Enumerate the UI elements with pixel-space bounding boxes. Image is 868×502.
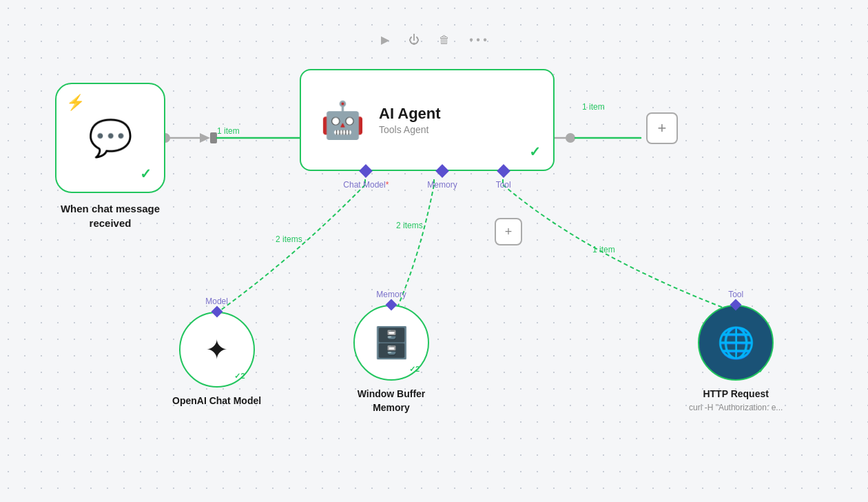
add-output-node[interactable]: + — [646, 112, 678, 144]
add-output-button[interactable]: + — [646, 112, 678, 144]
http-circle[interactable]: 🌐 ✓ — [698, 305, 774, 381]
port-memory[interactable]: Memory — [427, 171, 457, 190]
trigger-label: When chat message received — [61, 201, 160, 230]
edge-label-agent-output: 1 item — [582, 102, 605, 112]
memory-circle[interactable]: 🗄️ ✓2 — [353, 305, 429, 381]
trigger-node[interactable]: ⚡ 💬 ✓ When chat message received — [41, 83, 179, 230]
openai-label: OpenAI Chat Model — [172, 394, 261, 408]
tool-add-node[interactable]: + — [495, 218, 522, 245]
openai-icon: ✦ — [205, 334, 229, 365]
edge-label-trigger-agent: 1 item — [217, 126, 240, 136]
tool-add-button[interactable]: + — [495, 218, 522, 245]
agent-node[interactable]: 🤖 AI Agent Tools Agent ✓ Chat Model* Mem… — [296, 69, 558, 190]
agent-box[interactable]: 🤖 AI Agent Tools Agent ✓ — [300, 69, 555, 171]
openai-node[interactable]: Model ✦ ✓2 OpenAI Chat Model — [172, 297, 261, 408]
agent-check-icon: ✓ — [529, 143, 541, 160]
openai-circle[interactable]: ✦ ✓2 — [179, 312, 255, 388]
http-label: HTTP Request — [703, 388, 768, 401]
toolbar: ▶ ⏻ 🗑 • • • — [378, 30, 490, 49]
http-node[interactable]: Tool 🌐 ✓ HTTP Request curl -H "Authoriza… — [689, 290, 783, 412]
port-chat-model[interactable]: Chat Model* — [343, 171, 389, 190]
chat-icon: 💬 — [88, 117, 133, 159]
memory-port-label: Memory — [376, 290, 406, 299]
more-button[interactable]: • • • — [466, 31, 490, 49]
agent-text: AI Agent Tools Agent — [379, 105, 441, 135]
http-icon: 🌐 — [717, 325, 755, 361]
http-check: ✓ — [758, 365, 765, 375]
memory-icon: 🗄️ — [373, 325, 411, 361]
memory-check: ✓2 — [409, 365, 420, 374]
bolt-icon: ⚡ — [66, 94, 85, 112]
edge-label-http: 1 item — [592, 245, 615, 254]
agent-ports: Chat Model* Memory Tool — [343, 171, 510, 190]
port-tool[interactable]: Tool — [496, 171, 511, 190]
port-label-tool: Tool — [496, 180, 511, 190]
openai-port-label: Model — [205, 297, 228, 306]
agent-subtitle: Tools Agent — [379, 124, 441, 135]
edge-label-openai: 2 items — [276, 234, 302, 244]
port-label-memory: Memory — [427, 180, 457, 190]
trigger-box[interactable]: ⚡ 💬 ✓ — [55, 83, 165, 193]
http-port-label: Tool — [728, 290, 743, 299]
check-icon: ✓ — [140, 165, 152, 182]
memory-label: Window Buffer Memory — [358, 388, 426, 414]
http-sublabel: curl -H "Authorization: e... — [689, 403, 783, 412]
delete-button[interactable]: 🗑 — [436, 31, 453, 49]
memory-node[interactable]: Memory 🗄️ ✓2 Window Buffer Memory — [353, 290, 429, 414]
power-button[interactable]: ⏻ — [406, 31, 422, 49]
agent-title: AI Agent — [379, 105, 441, 123]
port-label-chat: Chat Model* — [343, 180, 389, 190]
edge-label-memory: 2 items — [396, 221, 423, 230]
run-button[interactable]: ▶ — [378, 30, 392, 49]
robot-icon: 🤖 — [320, 99, 365, 141]
openai-check: ✓2 — [234, 372, 245, 381]
